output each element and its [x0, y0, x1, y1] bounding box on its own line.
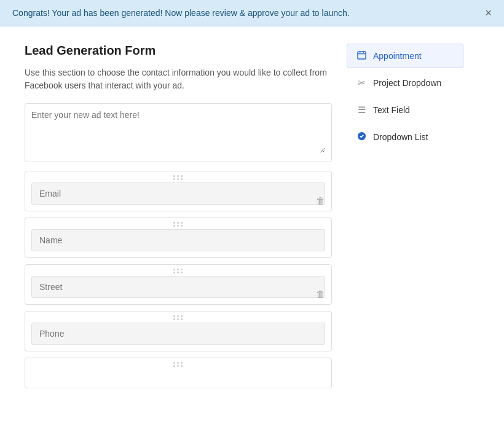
drag-handle-name[interactable] [31, 222, 325, 227]
appointment-icon [356, 50, 367, 61]
project-dropdown-icon: ✂ [356, 77, 367, 88]
street-field-input[interactable] [31, 276, 325, 298]
banner-message: Congrats! Your ad has been generated! No… [12, 8, 350, 18]
name-field-input[interactable] [31, 229, 325, 251]
page-title: Lead Generation Form [25, 44, 332, 58]
drag-handle-email[interactable] [31, 175, 325, 180]
right-panel: Appointment ✂ Project Dropdown ☰ Text Fi… [347, 44, 463, 394]
delete-email-icon[interactable]: 🗑 [316, 195, 325, 206]
ad-text-card [25, 103, 332, 162]
panel-item-text-field[interactable]: ☰ Text Field [347, 98, 463, 122]
svg-rect-0 [357, 52, 365, 59]
appointment-label: Appointment [373, 51, 422, 61]
panel-item-project-dropdown[interactable]: ✂ Project Dropdown [347, 71, 463, 95]
left-column: Lead Generation Form Use this section to… [25, 44, 332, 394]
text-field-label: Text Field [373, 105, 410, 115]
field-card-name [25, 218, 332, 258]
drag-handle-phone[interactable] [31, 315, 325, 320]
panel-item-dropdown-list[interactable]: Dropdown List [347, 125, 463, 149]
notification-banner: Congrats! Your ad has been generated! No… [0, 0, 504, 26]
banner-close-button[interactable]: × [485, 7, 492, 18]
phone-field-input[interactable] [31, 323, 325, 345]
email-field-input[interactable] [31, 182, 325, 205]
project-dropdown-label: Project Dropdown [373, 78, 441, 88]
delete-street-icon[interactable]: 🗑 [316, 289, 325, 299]
field-card-phone [25, 311, 332, 351]
field-card-empty [25, 358, 332, 388]
dropdown-list-label: Dropdown List [373, 132, 428, 142]
dropdown-list-icon [356, 131, 367, 143]
drag-handle-empty[interactable] [31, 362, 325, 367]
panel-item-appointment[interactable]: Appointment [347, 44, 463, 68]
main-content: Lead Generation Form Use this section to… [0, 26, 504, 412]
text-field-icon: ☰ [356, 104, 367, 116]
page-description: Use this section to choose the contact i… [25, 66, 332, 92]
field-card-email: 🗑 [25, 171, 332, 211]
ad-text-input[interactable] [31, 110, 325, 153]
drag-handle-street[interactable] [31, 268, 325, 273]
field-card-street: 🗑 [25, 264, 332, 305]
